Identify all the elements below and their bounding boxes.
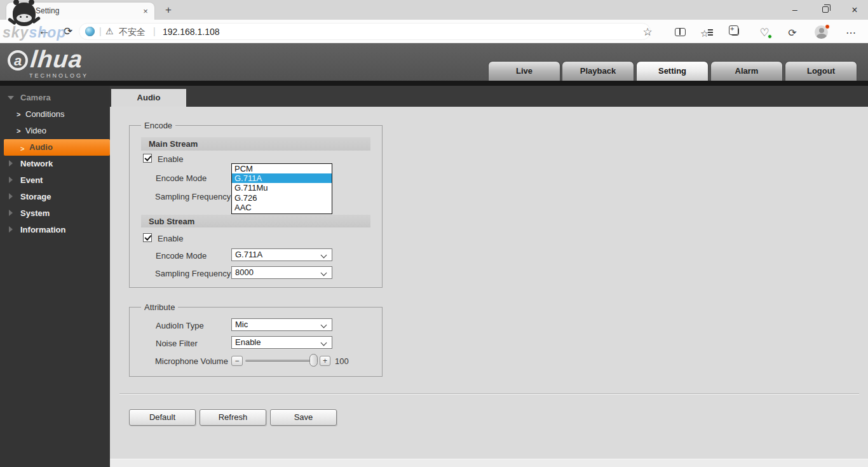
screen: Setting × + – × ← ⟳ | ⚠ 不安全 | 192.168.1.… xyxy=(0,0,868,467)
dahua-logo-text: lhua xyxy=(29,46,85,73)
list-option-g726[interactable]: G.726 xyxy=(232,193,332,203)
site-favicon-globe-icon xyxy=(85,27,95,36)
sub-stream-header: Sub Stream xyxy=(141,215,370,227)
encode-legend: Encode xyxy=(141,121,175,130)
refresh-button[interactable]: Refresh xyxy=(200,409,266,426)
volume-slider-track[interactable] xyxy=(245,360,310,362)
nav-playback-button[interactable]: Playback xyxy=(562,61,634,81)
dahua-logo-subtext: TECHNOLOGY xyxy=(29,72,88,79)
sub-sampling-label: Sampling Frequency xyxy=(155,269,231,278)
main-sampling-label: Sampling Frequency xyxy=(155,192,231,201)
chevron-right-icon: > xyxy=(20,140,24,157)
dahua-logo-icon: a xyxy=(8,50,28,71)
split-screen-icon[interactable] xyxy=(675,28,686,36)
window-minimize-button[interactable]: – xyxy=(788,5,802,16)
sidebar-item-system[interactable]: System xyxy=(0,206,110,220)
main-stream-header: Main Stream xyxy=(141,137,370,151)
window-restore-button[interactable] xyxy=(822,6,829,13)
sidebar-item-camera[interactable]: Camera xyxy=(0,91,110,105)
sub-stream-enable-label: Enable xyxy=(158,234,183,243)
sub-encode-mode-select[interactable]: G.711A xyxy=(231,248,332,261)
chevron-right-icon: > xyxy=(17,107,20,121)
ie-mode-icon[interactable]: ⟳ xyxy=(785,26,799,40)
header-bottom-strip xyxy=(0,81,868,86)
profile-notification-dot xyxy=(825,24,830,29)
content-tab-strip xyxy=(110,86,868,107)
collapsed-arrow-icon xyxy=(9,160,13,166)
volume-plus-button[interactable]: + xyxy=(320,356,330,366)
noise-filter-select[interactable]: Enable xyxy=(231,336,332,349)
nav-live-button[interactable]: Live xyxy=(488,61,560,81)
default-button[interactable]: Default xyxy=(129,409,196,426)
chevron-right-icon: > xyxy=(17,124,20,138)
list-option-g711mu[interactable]: G.711Mu xyxy=(232,183,332,193)
collapsed-arrow-icon xyxy=(9,226,13,233)
list-option-g711a-selected[interactable]: G.711A xyxy=(232,173,332,183)
nav-alarm-button[interactable]: Alarm xyxy=(710,61,783,81)
sidebar-item-storage[interactable]: Storage xyxy=(0,190,110,204)
url-text[interactable]: 192.168.1.108 xyxy=(163,27,220,37)
sidebar-item-information[interactable]: Information xyxy=(0,223,110,237)
expand-arrow-icon xyxy=(8,96,14,100)
address-divider2: | xyxy=(153,26,156,36)
new-tab-button[interactable]: + xyxy=(162,4,175,17)
collapsed-arrow-icon xyxy=(9,193,13,200)
volume-minus-button[interactable]: − xyxy=(231,356,243,366)
page-bottom-strip xyxy=(110,459,868,467)
collapsed-arrow-icon xyxy=(9,177,13,183)
sidebar-item-event[interactable]: Event xyxy=(0,173,110,187)
sidebar-item-network[interactable]: Network xyxy=(0,157,110,171)
sub-encode-mode-label: Encode Mode xyxy=(156,251,207,261)
encode-mode-open-list[interactable]: PCM G.711A G.711Mu G.726 AAC xyxy=(231,163,332,214)
list-option-aac[interactable]: AAC xyxy=(232,203,332,212)
favorite-star-icon[interactable]: ☆ xyxy=(641,25,654,39)
window-close-button[interactable]: × xyxy=(848,5,862,16)
favorites-list-icon[interactable]: ☆ xyxy=(700,27,714,41)
save-button[interactable]: Save xyxy=(270,409,337,426)
browser-menu-icon[interactable]: ⋯ xyxy=(844,26,858,40)
nav-setting-button[interactable]: Setting xyxy=(636,61,709,81)
essentials-status-dot xyxy=(768,34,772,39)
main-stream-enable-label: Enable xyxy=(158,154,183,164)
collapsed-arrow-icon xyxy=(9,210,13,216)
audioin-type-select[interactable]: Mic xyxy=(231,318,332,331)
tab-close-icon[interactable]: × xyxy=(140,6,151,17)
mic-volume-label: Microphone Volume xyxy=(155,356,228,366)
sidebar-item-audio-selected[interactable]: > Audio xyxy=(4,139,110,156)
list-option-pcm[interactable]: PCM xyxy=(232,164,332,173)
address-divider: | xyxy=(99,26,102,36)
actions-separator xyxy=(119,393,859,395)
security-warning-text[interactable]: 不安全 xyxy=(119,27,146,38)
warning-icon[interactable]: ⚠ xyxy=(105,26,114,36)
watermark-mascot xyxy=(11,1,37,32)
sub-sampling-select[interactable]: 8000 xyxy=(231,266,332,279)
main-encode-mode-label: Encode Mode xyxy=(156,173,207,183)
attribute-legend: Attribute xyxy=(141,302,178,312)
nav-logout-button[interactable]: Logout xyxy=(785,61,857,81)
noise-filter-label: Noise Filter xyxy=(156,339,198,348)
tab-audio[interactable]: Audio xyxy=(111,89,186,107)
sub-stream-enable-checkbox[interactable] xyxy=(143,233,152,242)
collections-icon[interactable] xyxy=(731,27,739,36)
main-stream-enable-checkbox[interactable] xyxy=(143,154,152,163)
audioin-type-label: AudioIn Type xyxy=(156,321,204,330)
tab-title: Setting xyxy=(36,6,59,15)
sidebar-item-video[interactable]: > Video xyxy=(0,124,110,138)
sidebar-item-conditions[interactable]: > Conditions xyxy=(0,107,110,121)
volume-slider-handle[interactable] xyxy=(309,354,318,367)
volume-value: 100 xyxy=(335,356,349,366)
